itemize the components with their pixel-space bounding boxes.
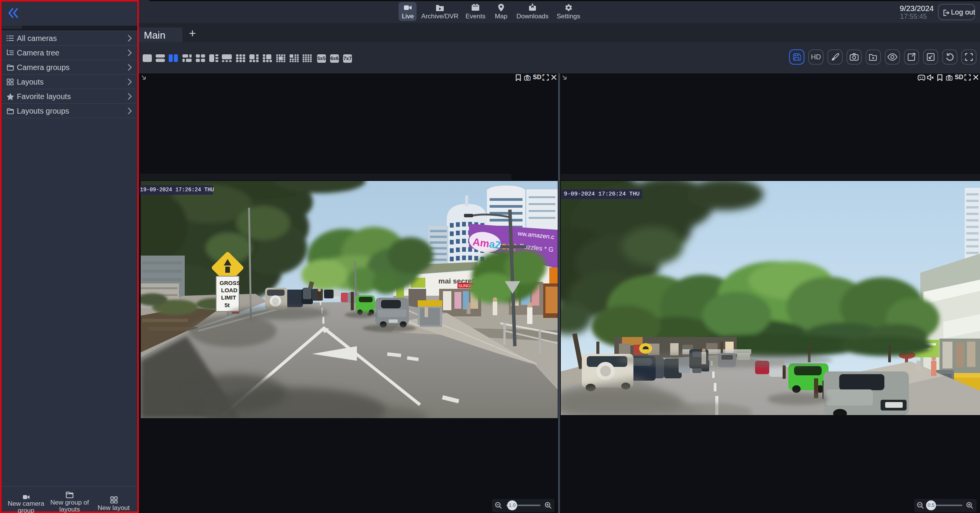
svg-text:LIMIT: LIMIT — [221, 294, 236, 301]
svg-text:5t: 5t — [225, 302, 230, 308]
svg-text:LOAD: LOAD — [221, 287, 238, 293]
svg-text:GROSS: GROSS — [220, 280, 240, 286]
